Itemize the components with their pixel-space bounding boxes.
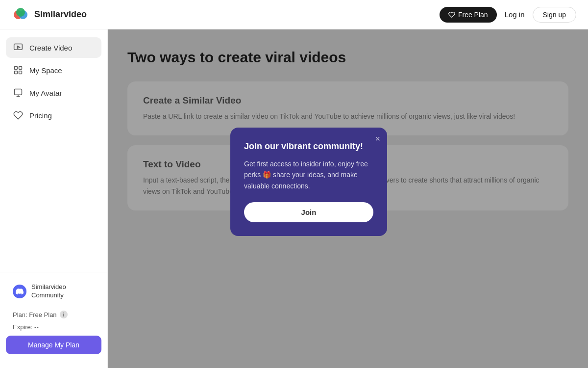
sidebar-item-my-space[interactable]: My Space (6, 60, 101, 80)
plan-label: Plan: Free Plan (13, 311, 57, 318)
svg-marker-4 (17, 46, 20, 49)
svg-rect-8 (19, 71, 22, 74)
main-content: Two ways to create viral videos Create a… (108, 29, 588, 368)
manage-plan-button[interactable]: Manage My Plan (6, 336, 101, 354)
discord-icon (13, 285, 26, 298)
svg-rect-6 (19, 67, 22, 70)
sidebar-item-my-avatar[interactable]: My Avatar (6, 82, 101, 103)
sidebar-item-label: My Space (29, 66, 62, 75)
svg-rect-7 (15, 71, 18, 74)
expire-label: Expire: -- (13, 323, 39, 331)
sidebar-item-create-video[interactable]: Create Video (6, 37, 101, 58)
svg-point-2 (16, 8, 25, 17)
community-item[interactable]: Similarvideo Community (6, 278, 101, 305)
my-avatar-icon (13, 87, 24, 98)
expire-info: Expire: -- (6, 322, 101, 336)
svg-rect-9 (15, 89, 22, 95)
modal-title: Join our vibrant community! (244, 141, 373, 152)
modal-join-button[interactable]: Join (244, 202, 373, 222)
logo-area: Similarvideo (12, 6, 87, 24)
heart-icon (448, 11, 455, 18)
sidebar: Create Video My Space My Avatar Pricing (0, 29, 108, 368)
login-button[interactable]: Log in (505, 10, 525, 19)
sidebar-item-pricing[interactable]: Pricing (6, 105, 101, 126)
logo-icon (12, 6, 29, 24)
info-icon[interactable]: i (60, 311, 68, 318)
sidebar-nav: Create Video My Space My Avatar Pricing (0, 37, 107, 272)
header: Similarvideo Free Plan Log in Sign up (0, 0, 588, 29)
my-space-icon (13, 65, 24, 76)
svg-rect-5 (15, 67, 18, 70)
header-right: Free Plan Log in Sign up (440, 7, 576, 23)
modal-description: Get first access to insider info, enjoy … (244, 158, 373, 191)
community-label: Similarvideo Community (31, 283, 95, 300)
modal-close-button[interactable]: × (375, 134, 380, 143)
create-video-icon (13, 42, 24, 53)
community-modal: × Join our vibrant community! Get first … (230, 128, 387, 236)
layout: Create Video My Space My Avatar Pricing (0, 29, 588, 368)
sidebar-item-label: Pricing (29, 111, 52, 120)
free-plan-button[interactable]: Free Plan (440, 7, 497, 23)
free-plan-label: Free Plan (458, 11, 488, 19)
sidebar-item-label: Create Video (29, 44, 72, 52)
plan-info: Plan: Free Plan i (6, 311, 101, 322)
sidebar-bottom: Similarvideo Community Plan: Free Plan i… (0, 272, 107, 360)
logo-name: Similarvideo (34, 9, 87, 20)
pricing-icon (13, 110, 24, 121)
signup-button[interactable]: Sign up (533, 7, 576, 23)
sidebar-item-label: My Avatar (29, 89, 62, 97)
